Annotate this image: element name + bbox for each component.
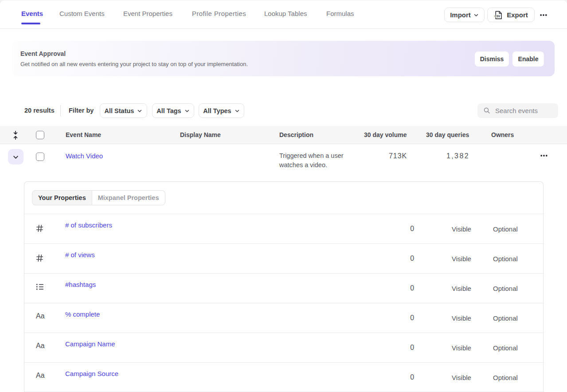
svg-text:CSV: CSV bbox=[495, 15, 501, 18]
